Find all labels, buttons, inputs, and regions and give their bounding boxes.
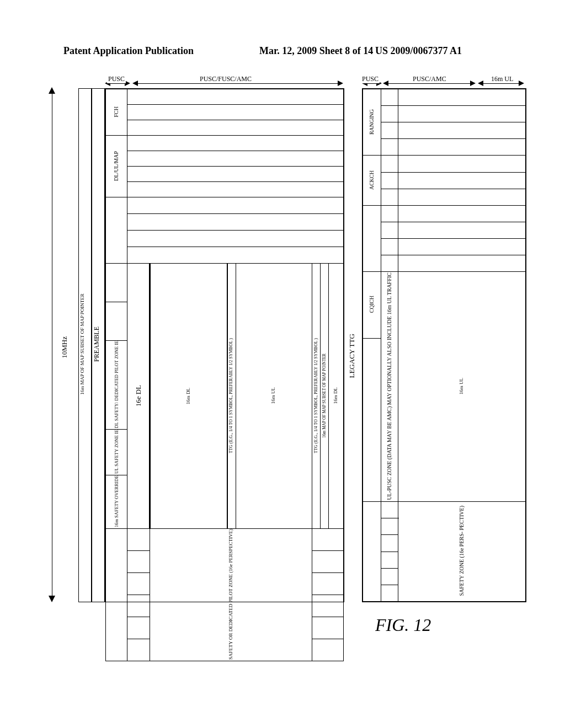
dl-zone-pfa: PUSC/FUSC/AMC [199, 75, 253, 83]
m16-safety-override: 16m SAFETY OVERRIDE [114, 475, 119, 527]
ul-zone-pa: PUSC/AMC [412, 75, 447, 83]
ul-zone-16mul: 16m UL [490, 75, 514, 83]
ttg-a: TTG (E.G., 1/4 TO 1 SYMBOL, PREFERABLY 1… [229, 338, 233, 453]
region-16e-dl: 16e DL [135, 385, 142, 406]
ttg-b: TTG (E.G., 1/4 TO 1 SYMBOL, PREFERABLY 1… [314, 338, 318, 453]
ackch-label: ACKCH [369, 170, 375, 190]
inner-16m-dl-b: 16m DL [333, 387, 338, 404]
ul-pusc-zone: UL-PUSC ZONE (DATA MAY BE AMC) MAY OPTIO… [387, 272, 393, 500]
inner-16m-dl-a: 16m DL [186, 388, 191, 404]
figure-caption: FIG. 12 [375, 615, 431, 635]
preamble-label: PREAMBLE [93, 326, 100, 362]
ul-safety-zone: SAFETY ZONE (16e PERS- PECTIVE) [459, 506, 465, 596]
dl-zone-bar: PUSC PUSC/FUSC/AMC [105, 78, 343, 88]
ul-safety-ie: UL SAFETY ZONE IE [114, 430, 119, 474]
bandwidth-label: 10MHz [61, 336, 68, 361]
ul-inner-16m-ul: 16m UL [459, 378, 464, 394]
ul-zone-pusc: PUSC [361, 75, 380, 83]
bandwidth-axis [44, 88, 60, 601]
dl-grid: FCH DL/UL/MAP 16e DL [105, 88, 344, 602]
ranging-label: RANGING [369, 109, 375, 135]
legacy-ttg-label: LEGACY TTG [348, 334, 356, 381]
figure-area: 10MHz 16m MAP OF MAP SUBSET OF MAP POINT… [44, 83, 530, 667]
header-right: US 2009/0067377 A1 [375, 45, 462, 57]
dl-map-pointer-label: 16m MAP OF MAP SUBSET OF MAP POINTER [80, 293, 85, 395]
ul-zone-bar: PUSC PUSC/AMC 16m UL [362, 78, 525, 88]
map-pointer-inner: 16m MAP OF MAP SUBSET OF MAP POINTER [322, 354, 327, 438]
header-left: Patent Application Publication [63, 45, 194, 57]
safety-or-pilot: SAFETY OR DEDICATED PILOT ZONE (16e PERS… [228, 529, 233, 660]
safety-pilot-ie: DL SAFETY/ DEDICATED PILOT ZONE IE [114, 341, 119, 428]
inner-16m-ul: 16m UL [271, 387, 276, 404]
dlulmap-label: DL/UL/MAP [114, 151, 120, 181]
cqich-label: CQICH [369, 296, 375, 313]
fch-label: FCH [114, 106, 120, 117]
preamble-strip: PREAMBLE [92, 88, 105, 602]
header-mid: Mar. 12, 2009 Sheet 8 of 14 [259, 45, 373, 57]
ul-grid: RANGING ACKCH CQICH UL-PUSC ZONE (DATA M… [362, 88, 526, 602]
dl-map-pointer-strip: 16m MAP OF MAP SUBSET OF MAP POINTER [78, 88, 92, 602]
dl-zone-pusc: PUSC [107, 75, 126, 83]
